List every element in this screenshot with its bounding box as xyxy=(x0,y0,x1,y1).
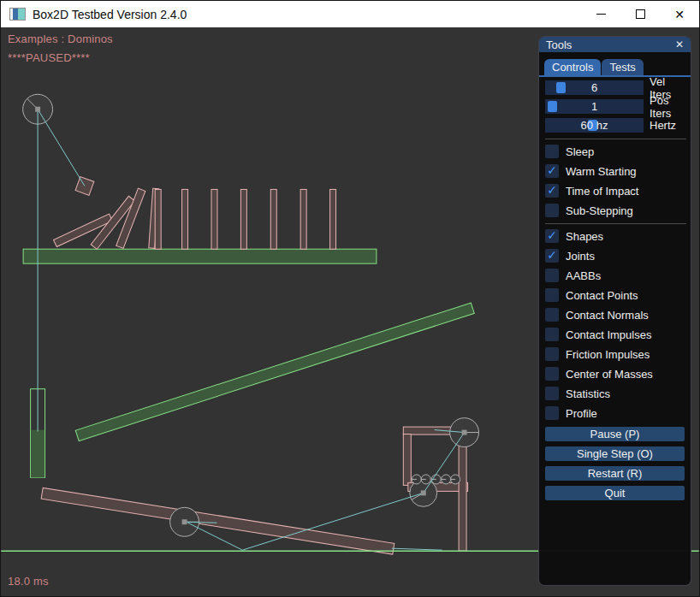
checkbox-box[interactable] xyxy=(545,387,559,400)
checkbox-label: Warm Starting xyxy=(566,165,637,178)
action-buttons: Pause (P)Single Step (O)Restart (R)Quit xyxy=(545,427,685,500)
checkbox-joints[interactable]: ✓Joints xyxy=(545,249,685,263)
example-label: Examples : Dominos xyxy=(8,33,113,45)
checkbox-box[interactable] xyxy=(545,328,559,341)
checkbox-label: Center of Masses xyxy=(566,368,653,381)
body-rect xyxy=(459,434,466,552)
tab-controls[interactable]: Controls xyxy=(544,59,601,75)
checkbox-contact-impulses[interactable]: Contact Impulses xyxy=(545,328,685,341)
checkbox-contact-points[interactable]: Contact Points xyxy=(545,288,685,302)
slider-hertz[interactable]: 60 hzHertz xyxy=(545,118,685,133)
body-rect xyxy=(75,303,474,441)
joint-anchor-point xyxy=(462,430,467,435)
close-icon: ✕ xyxy=(674,9,685,21)
check-icon[interactable]: ✓ xyxy=(545,184,559,198)
check-icon[interactable]: ✓ xyxy=(545,249,559,263)
checkbox-box[interactable] xyxy=(545,288,559,302)
body-rect xyxy=(240,189,246,249)
joint-anchor-point xyxy=(35,107,40,112)
checkbox-aabbs[interactable]: AABBs xyxy=(545,269,685,282)
tools-panel-title: Tools xyxy=(546,38,572,51)
checkbox-label: Joints xyxy=(566,250,595,263)
button-pause-p[interactable]: Pause (P) xyxy=(545,427,685,441)
body-rect xyxy=(330,189,336,249)
body-rect xyxy=(403,434,411,486)
joint-anchor-point xyxy=(182,519,187,524)
body-rect xyxy=(182,189,188,249)
checkbox-label: Sub-Stepping xyxy=(566,204,633,217)
checkbox-label: Profile xyxy=(566,407,597,420)
checkbox-box[interactable] xyxy=(545,145,559,158)
iteration-sliders: 6Vel Iters1Pos Iters60 hzHertz xyxy=(545,80,685,133)
checkbox-box[interactable] xyxy=(545,308,559,322)
checkbox-profile[interactable]: Profile xyxy=(545,406,685,420)
slider-value: 60 hz xyxy=(545,118,644,133)
body-rect xyxy=(23,249,377,263)
checkbox-label: Time of Impact xyxy=(566,185,638,198)
panel-close-icon[interactable]: ✕ xyxy=(675,39,684,50)
button-restart-r[interactable]: Restart (R) xyxy=(545,466,685,481)
joint-line xyxy=(38,109,85,186)
checkbox-sleep[interactable]: Sleep xyxy=(545,145,685,158)
maximize-icon xyxy=(636,9,645,19)
checkbox-center-of-masses[interactable]: Center of Masses xyxy=(545,367,685,381)
joint-anchor-point xyxy=(421,490,426,495)
body-rect xyxy=(31,430,44,478)
solver-checkbox-group: Sleep✓Warm Starting✓Time of ImpactSub-St… xyxy=(545,145,685,217)
checkbox-label: Statistics xyxy=(566,387,610,400)
draw-checkbox-group: ✓Shapes✓JointsAABBsContact PointsContact… xyxy=(545,229,685,420)
checkbox-label: Sleep xyxy=(566,145,594,158)
slider-label: Hertz xyxy=(650,119,676,132)
window-controls: ✕ xyxy=(581,1,699,27)
tools-panel-body: 6Vel Iters1Pos Iters60 hzHertz Sleep✓War… xyxy=(539,77,691,500)
checkbox-box[interactable] xyxy=(545,406,559,420)
separator xyxy=(545,139,686,139)
check-icon[interactable]: ✓ xyxy=(545,164,559,178)
slider-track[interactable]: 1 xyxy=(545,99,644,114)
joint-line xyxy=(392,548,442,550)
maximize-button[interactable] xyxy=(620,1,660,27)
slider-track[interactable]: 60 hz xyxy=(545,118,644,133)
checkbox-statistics[interactable]: Statistics xyxy=(545,387,685,400)
window-titlebar: Box2D Testbed Version 2.4.0 ✕ xyxy=(1,1,699,27)
tab-bar: ControlsTests xyxy=(539,52,691,77)
body-rect xyxy=(270,189,276,249)
app-icon xyxy=(9,8,26,21)
checkbox-box[interactable] xyxy=(545,367,559,381)
body-rect xyxy=(155,189,161,249)
check-icon[interactable]: ✓ xyxy=(545,229,559,243)
body-rect xyxy=(41,488,394,554)
checkbox-sub-stepping[interactable]: Sub-Stepping xyxy=(545,204,685,217)
body-rect xyxy=(300,189,306,249)
frame-time-label: 18.0 ms xyxy=(8,575,49,588)
checkbox-friction-impulses[interactable]: Friction Impulses xyxy=(545,347,685,361)
tools-panel-titlebar[interactable]: Tools ✕ xyxy=(539,37,691,52)
checkbox-label: AABBs xyxy=(566,269,601,282)
checkbox-warm-starting[interactable]: ✓Warm Starting xyxy=(545,164,685,178)
button-single-step-o[interactable]: Single Step (O) xyxy=(545,446,685,461)
checkbox-shapes[interactable]: ✓Shapes xyxy=(545,229,685,243)
minimize-icon xyxy=(596,14,606,15)
slider-vel-iters[interactable]: 6Vel Iters xyxy=(545,80,685,95)
button-quit[interactable]: Quit xyxy=(545,486,685,500)
checkbox-label: Contact Impulses xyxy=(566,328,651,341)
slider-value: 6 xyxy=(545,80,644,95)
slider-value: 1 xyxy=(545,99,644,114)
tab-tests[interactable]: Tests xyxy=(602,59,643,75)
minimize-button[interactable] xyxy=(581,1,620,27)
tools-panel: Tools ✕ ControlsTests 6Vel Iters1Pos Ite… xyxy=(538,36,691,586)
close-button[interactable]: ✕ xyxy=(660,1,699,27)
checkbox-time-of-impact[interactable]: ✓Time of Impact xyxy=(545,184,685,198)
window-title: Box2D Testbed Version 2.4.0 xyxy=(33,8,187,21)
slider-pos-iters[interactable]: 1Pos Iters xyxy=(545,99,685,114)
checkbox-box[interactable] xyxy=(545,347,559,361)
checkbox-label: Shapes xyxy=(566,230,603,243)
checkbox-label: Contact Points xyxy=(566,289,638,302)
checkbox-label: Contact Normals xyxy=(566,309,649,322)
checkbox-contact-normals[interactable]: Contact Normals xyxy=(545,308,685,322)
slider-track[interactable]: 6 xyxy=(545,80,644,95)
checkbox-box[interactable] xyxy=(545,269,559,282)
checkbox-box[interactable] xyxy=(545,204,559,217)
paused-label: ****PAUSED**** xyxy=(8,51,90,64)
separator xyxy=(545,223,686,224)
